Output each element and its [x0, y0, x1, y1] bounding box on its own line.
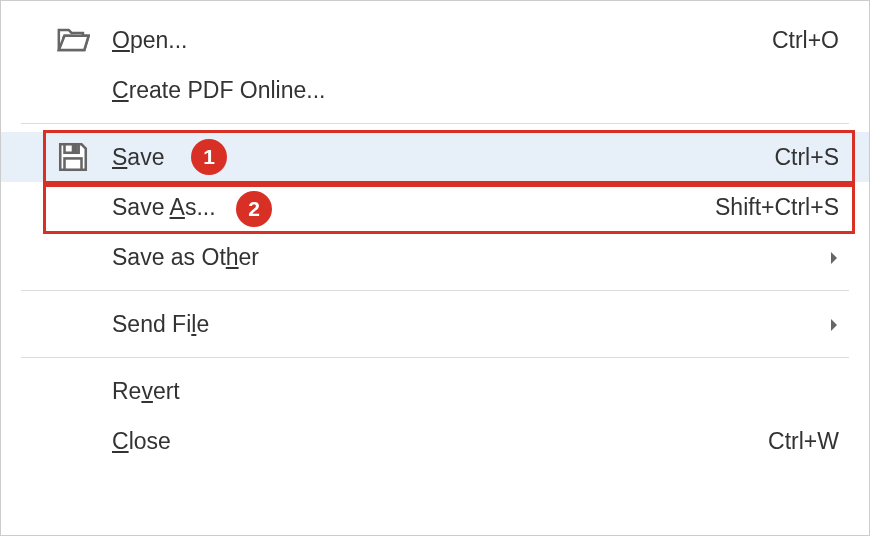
- svg-rect-2: [65, 158, 82, 169]
- menu-label: Revert: [112, 378, 839, 405]
- menu-label: Close: [112, 428, 768, 455]
- save-icon: [56, 140, 112, 174]
- menu-shortcut: Ctrl+S: [774, 144, 839, 171]
- menu-item-revert[interactable]: Revert: [1, 366, 869, 416]
- menu-label: Save as Other: [112, 244, 829, 271]
- menu-separator: [21, 123, 849, 124]
- menu-shortcut: Ctrl+W: [768, 428, 839, 455]
- menu-item-close[interactable]: Close Ctrl+W: [1, 416, 869, 466]
- menu-item-create-pdf-online[interactable]: Create PDF Online...: [1, 65, 869, 115]
- submenu-arrow-icon: [829, 244, 839, 271]
- menu-separator: [21, 357, 849, 358]
- menu-label: Send File: [112, 311, 829, 338]
- menu-shortcut: Shift+Ctrl+S: [715, 194, 839, 221]
- folder-open-icon: [56, 23, 112, 57]
- menu-label: Save: [112, 144, 774, 171]
- menu-label: Save As...: [112, 194, 715, 221]
- menu-label: Create PDF Online...: [112, 77, 839, 104]
- menu-shortcut: Ctrl+O: [772, 27, 839, 54]
- menu-separator: [21, 290, 849, 291]
- menu-label: Open...: [112, 27, 772, 54]
- svg-rect-1: [73, 146, 77, 152]
- file-menu: Open... Ctrl+O Create PDF Online... Save…: [1, 1, 869, 466]
- menu-item-save-as[interactable]: Save As... Shift+Ctrl+S: [1, 182, 869, 232]
- menu-item-open[interactable]: Open... Ctrl+O: [1, 15, 869, 65]
- menu-item-save[interactable]: Save Ctrl+S: [1, 132, 869, 182]
- submenu-arrow-icon: [829, 311, 839, 338]
- menu-item-save-as-other[interactable]: Save as Other: [1, 232, 869, 282]
- menu-item-send-file[interactable]: Send File: [1, 299, 869, 349]
